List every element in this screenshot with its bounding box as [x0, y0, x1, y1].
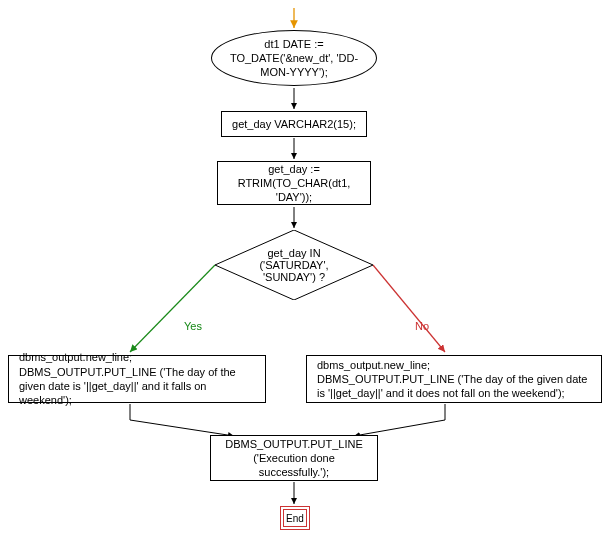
- no-action-node: dbms_output.new_line; DBMS_OUTPUT.PUT_LI…: [306, 355, 602, 403]
- yes-action-node: dbms_output.new_line; DBMS_OUTPUT.PUT_LI…: [8, 355, 266, 403]
- edge-no-label: No: [415, 320, 429, 332]
- assign-node: get_day := RTRIM(TO_CHAR(dt1, 'DAY'));: [217, 161, 371, 205]
- svg-line-4: [130, 265, 215, 352]
- no-action-text: dbms_output.new_line; DBMS_OUTPUT.PUT_LI…: [317, 358, 591, 401]
- end-text: End: [286, 513, 304, 524]
- declare-text: get_day VARCHAR2(15);: [232, 117, 356, 131]
- done-node: DBMS_OUTPUT.PUT_LINE ('Execution done su…: [210, 435, 378, 481]
- start-text: dt1 DATE := TO_DATE('&new_dt', 'DD-MON-Y…: [226, 37, 362, 80]
- start-node: dt1 DATE := TO_DATE('&new_dt', 'DD-MON-Y…: [211, 30, 377, 86]
- done-text: DBMS_OUTPUT.PUT_LINE ('Execution done su…: [221, 437, 367, 480]
- declare-node: get_day VARCHAR2(15);: [221, 111, 367, 137]
- svg-line-5: [373, 265, 445, 352]
- decision-text: get_day IN ('SATURDAY', 'SUNDAY') ?: [233, 247, 355, 283]
- end-node: End: [280, 506, 310, 530]
- assign-text: get_day := RTRIM(TO_CHAR(dt1, 'DAY'));: [228, 162, 360, 205]
- yes-action-text: dbms_output.new_line; DBMS_OUTPUT.PUT_LI…: [19, 350, 255, 407]
- decision-node: get_day IN ('SATURDAY', 'SUNDAY') ?: [215, 230, 373, 300]
- edge-yes-label: Yes: [184, 320, 202, 332]
